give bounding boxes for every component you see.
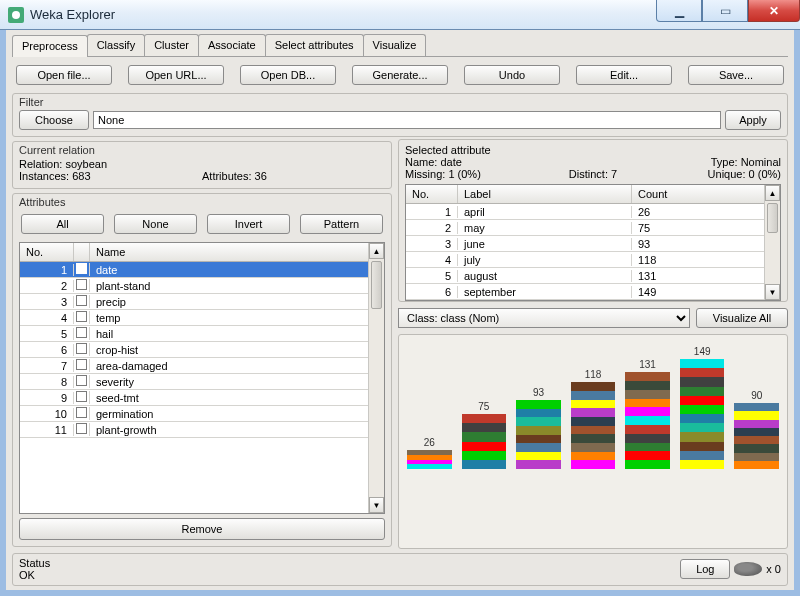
save-button[interactable]: Save... (688, 65, 784, 85)
scroll-up-icon[interactable]: ▲ (369, 243, 384, 259)
bar-column: 149 (680, 346, 725, 469)
attr-name: plant-stand (90, 280, 384, 292)
scroll-down-icon[interactable]: ▼ (369, 497, 384, 513)
val-col-no[interactable]: No. (406, 185, 458, 203)
value-table[interactable]: No. Label Count 1april262may753june934ju… (405, 184, 781, 301)
attribute-row[interactable]: 8severity (20, 374, 384, 390)
attribute-row[interactable]: 6crop-hist (20, 342, 384, 358)
selattr-name-label: Name: (405, 156, 437, 168)
value-row[interactable]: 6september149 (406, 284, 780, 300)
attr-no: 1 (20, 264, 74, 276)
attr-checkbox[interactable] (74, 263, 90, 276)
filter-legend: Filter (19, 96, 781, 108)
selattr-distinct-value: 7 (611, 168, 617, 180)
attribute-row[interactable]: 2plant-stand (20, 278, 384, 294)
attr-name: precip (90, 296, 384, 308)
filter-choose-button[interactable]: Choose (19, 110, 89, 130)
attr-col-no[interactable]: No. (20, 243, 74, 261)
val-col-label[interactable]: Label (458, 185, 632, 203)
attr-col-name[interactable]: Name (90, 243, 384, 261)
filter-value-input[interactable] (93, 111, 721, 129)
val-count: 131 (632, 270, 780, 282)
instances-value: 683 (72, 170, 90, 182)
weka-bird-icon (734, 562, 762, 576)
minimize-button[interactable] (656, 0, 702, 22)
tab-visualize[interactable]: Visualize (363, 34, 427, 56)
attr-name: seed-tmt (90, 392, 384, 404)
remove-button[interactable]: Remove (19, 518, 385, 540)
val-count: 26 (632, 206, 780, 218)
attr-checkbox[interactable] (74, 391, 90, 404)
scroll-thumb[interactable] (767, 203, 778, 233)
attr-name: plant-growth (90, 424, 384, 436)
attr-all-button[interactable]: All (21, 214, 104, 234)
close-button[interactable] (748, 0, 800, 22)
attribute-row[interactable]: 10germination (20, 406, 384, 422)
value-row[interactable]: 3june93 (406, 236, 780, 252)
app-frame: PreprocessClassifyClusterAssociateSelect… (0, 30, 800, 596)
attr-col-check[interactable] (74, 243, 90, 261)
attr-checkbox[interactable] (74, 423, 90, 436)
value-row[interactable]: 4july118 (406, 252, 780, 268)
filter-apply-button[interactable]: Apply (725, 110, 781, 130)
attr-checkbox[interactable] (74, 295, 90, 308)
toolbar: Open file... Open URL... Open DB... Gene… (12, 57, 788, 91)
title-bar: Weka Explorer (0, 0, 800, 30)
attributes-scrollbar[interactable]: ▲ ▼ (368, 243, 384, 513)
status-bar: Status OK Log x 0 (12, 553, 788, 586)
value-row[interactable]: 5august131 (406, 268, 780, 284)
open-db-button[interactable]: Open DB... (240, 65, 336, 85)
bar-column: 118 (571, 369, 616, 469)
attribute-row[interactable]: 4temp (20, 310, 384, 326)
val-no: 5 (406, 270, 458, 282)
attr-none-button[interactable]: None (114, 214, 197, 234)
attributes-table[interactable]: No. Name 1date2plant-stand3precip4temp5h… (19, 242, 385, 514)
attr-pattern-button[interactable]: Pattern (300, 214, 383, 234)
attribute-row[interactable]: 11plant-growth (20, 422, 384, 438)
tab-cluster[interactable]: Cluster (144, 34, 199, 56)
tab-classify[interactable]: Classify (87, 34, 146, 56)
attribute-row[interactable]: 7area-damaged (20, 358, 384, 374)
log-button[interactable]: Log (680, 559, 730, 579)
edit-button[interactable]: Edit... (576, 65, 672, 85)
value-row[interactable]: 1april26 (406, 204, 780, 220)
tab-select-attributes[interactable]: Select attributes (265, 34, 364, 56)
maximize-button[interactable] (702, 0, 748, 22)
class-selector[interactable]: Class: class (Nom) (398, 308, 690, 328)
attr-checkbox[interactable] (74, 279, 90, 292)
attributes-value: 36 (255, 170, 267, 182)
attr-no: 9 (20, 392, 74, 404)
scroll-down-icon[interactable]: ▼ (765, 284, 780, 300)
attr-checkbox[interactable] (74, 311, 90, 324)
attribute-row[interactable]: 5hail (20, 326, 384, 342)
status-legend: Status (19, 557, 680, 569)
attribute-row[interactable]: 3precip (20, 294, 384, 310)
tab-associate[interactable]: Associate (198, 34, 266, 56)
val-no: 1 (406, 206, 458, 218)
bar (734, 403, 779, 469)
attribute-row[interactable]: 9seed-tmt (20, 390, 384, 406)
attr-checkbox[interactable] (74, 375, 90, 388)
scroll-up-icon[interactable]: ▲ (765, 185, 780, 201)
open-url-button[interactable]: Open URL... (128, 65, 224, 85)
val-label: august (458, 270, 632, 282)
bar (407, 450, 452, 469)
instances-label: Instances: (19, 170, 69, 182)
value-row[interactable]: 2may75 (406, 220, 780, 236)
visualize-all-button[interactable]: Visualize All (696, 308, 788, 328)
value-scrollbar[interactable]: ▲ ▼ (764, 185, 780, 300)
tab-preprocess[interactable]: Preprocess (12, 35, 88, 57)
generate-button[interactable]: Generate... (352, 65, 448, 85)
attr-checkbox[interactable] (74, 343, 90, 356)
attr-checkbox[interactable] (74, 359, 90, 372)
bar-column: 26 (407, 437, 452, 469)
open-file-button[interactable]: Open file... (16, 65, 112, 85)
val-col-count[interactable]: Count (632, 185, 780, 203)
attribute-row[interactable]: 1date (20, 262, 384, 278)
scroll-thumb[interactable] (371, 261, 382, 309)
attr-checkbox[interactable] (74, 407, 90, 420)
attr-invert-button[interactable]: Invert (207, 214, 290, 234)
attr-checkbox[interactable] (74, 327, 90, 340)
undo-button[interactable]: Undo (464, 65, 560, 85)
val-count: 75 (632, 222, 780, 234)
